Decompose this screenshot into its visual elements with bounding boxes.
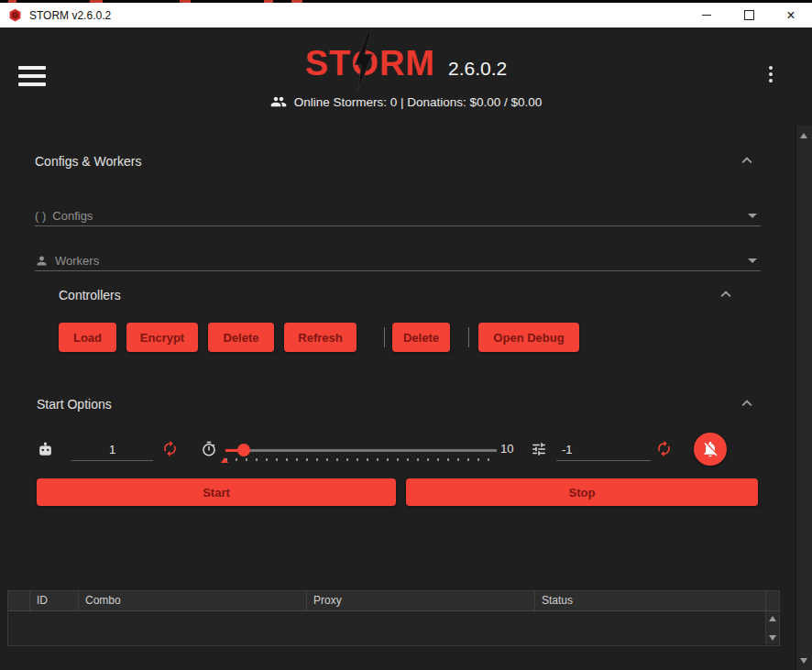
header-filler — [766, 591, 779, 610]
collapse-controllers-icon[interactable] — [716, 284, 736, 304]
table-scroll-down-button[interactable] — [766, 632, 778, 643]
storm-logo: STORM — [305, 44, 435, 83]
close-icon: × — [786, 8, 795, 23]
close-button[interactable]: × — [770, 3, 812, 27]
bot-icon — [37, 441, 54, 458]
chevron-down-icon — [748, 214, 757, 218]
slider-track[interactable] — [225, 449, 497, 452]
slider-value-label: 10 — [500, 442, 513, 456]
group-icon — [270, 93, 287, 110]
infinite-bots-toggle-icon[interactable] — [161, 440, 179, 457]
section-start-options-title: Start Options — [37, 397, 112, 412]
kebab-menu-button[interactable] — [769, 66, 773, 85]
online-donations-stats: Online Stormers: 0 | Donations: $0.00 / … — [294, 95, 543, 109]
top-strip — [0, 0, 812, 3]
window-title: STORM v2.6.0.2 — [29, 9, 111, 22]
notifications-off-button[interactable] — [694, 433, 727, 466]
delete-button[interactable]: Delete — [208, 323, 274, 352]
configs-dropdown[interactable]: ( ) Configs — [35, 205, 761, 226]
column-header-status[interactable]: Status — [535, 591, 766, 610]
table-header: ID Combo Proxy Status — [8, 591, 779, 611]
open-debug-button[interactable]: Open Debug — [478, 323, 579, 352]
chevron-down-icon — [748, 258, 757, 263]
row-header-column — [8, 591, 30, 610]
timer-icon — [201, 441, 217, 457]
minimize-button[interactable] — [686, 3, 728, 27]
version-label: 2.6.0.2 — [448, 58, 507, 80]
stats-row: Online Stormers: 0 | Donations: $0.00 / … — [0, 93, 812, 110]
arrow-down-icon — [769, 635, 776, 641]
load-button[interactable]: Load — [59, 323, 116, 352]
timeout-slider[interactable] — [225, 438, 497, 464]
infinite-limit-toggle-icon[interactable] — [655, 440, 673, 457]
column-header-id[interactable]: ID — [30, 591, 79, 610]
minimize-icon — [702, 15, 711, 16]
slider-ticks — [225, 458, 497, 461]
maximize-button[interactable] — [728, 3, 770, 27]
section-controllers-title: Controllers — [59, 288, 121, 302]
arrow-down-icon — [800, 658, 807, 664]
table-scrollbar[interactable] — [765, 611, 779, 644]
table-scroll-up-button[interactable] — [766, 612, 778, 624]
collapse-configs-workers-icon[interactable] — [737, 150, 757, 170]
logo-text-st: ST — [305, 44, 352, 83]
workers-dropdown[interactable]: Workers — [35, 250, 761, 271]
slider-handle[interactable] — [237, 444, 250, 456]
results-table: ID Combo Proxy Status — [7, 590, 780, 646]
logo-row: STORM 2.6.0.2 — [0, 44, 812, 83]
configs-dropdown-label: Configs — [52, 209, 93, 223]
logo-text-rm: RM — [379, 44, 435, 83]
workers-dropdown-label: Workers — [55, 254, 99, 268]
delete-worker-button[interactable]: Delete — [392, 323, 450, 352]
bots-count-input[interactable] — [71, 438, 153, 461]
arrow-up-icon — [769, 616, 776, 621]
main-scrollbar[interactable] — [796, 126, 812, 670]
arrow-up-icon — [800, 133, 807, 138]
start-button[interactable]: Start — [37, 478, 396, 506]
encrypt-button[interactable]: Encrypt — [126, 323, 198, 352]
limit-input[interactable] — [556, 438, 651, 461]
logo-text-o: O — [351, 44, 379, 82]
app-icon — [8, 8, 22, 22]
stop-button[interactable]: Stop — [406, 478, 758, 506]
window-controls: × — [686, 3, 812, 27]
column-header-proxy[interactable]: Proxy — [307, 591, 535, 610]
separator — [384, 327, 385, 347]
column-header-combo[interactable]: Combo — [79, 591, 307, 610]
scroll-up-button[interactable] — [796, 127, 811, 143]
app-window: STORM v2.6.0.2 × STORM 2.6.0.2 Online St… — [0, 0, 812, 670]
separator — [468, 327, 469, 347]
bell-off-icon — [701, 440, 719, 458]
scroll-down-button[interactable] — [796, 653, 811, 668]
titlebar: STORM v2.6.0.2 × — [0, 3, 812, 27]
slider-min-marker — [221, 457, 228, 463]
kebab-icon — [769, 66, 773, 70]
parentheses-icon: ( ) — [35, 209, 46, 223]
table-body — [8, 611, 779, 644]
refresh-button[interactable]: Refresh — [284, 323, 357, 352]
person-icon — [35, 254, 49, 268]
section-configs-workers-title: Configs & Workers — [35, 154, 141, 169]
maximize-icon — [744, 10, 754, 20]
tune-icon — [531, 441, 547, 457]
collapse-start-options-icon[interactable] — [737, 393, 757, 413]
